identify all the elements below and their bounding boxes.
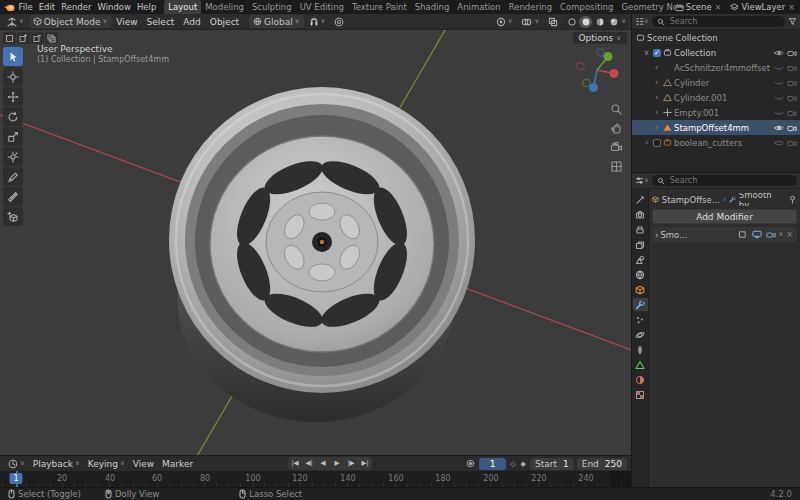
- eye-open-icon[interactable]: [774, 124, 784, 132]
- view-menu[interactable]: View: [129, 459, 158, 469]
- blender-logo-icon[interactable]: [4, 2, 15, 13]
- perspective-toggle-button[interactable]: [609, 159, 624, 173]
- tab-modeling[interactable]: Modeling: [201, 0, 248, 14]
- scene-name[interactable]: Scene: [686, 2, 712, 12]
- tab-uv-editing[interactable]: UV Editing: [296, 0, 348, 14]
- menu-view[interactable]: View: [112, 17, 141, 27]
- edit-mode-toggle[interactable]: [737, 229, 749, 241]
- shading-material-button[interactable]: [593, 16, 606, 28]
- collection-checkbox[interactable]: ✓: [653, 49, 661, 57]
- menu-add[interactable]: Add: [179, 17, 204, 27]
- add-modifier-button[interactable]: Add Modifier: [652, 209, 797, 224]
- viewport-3d[interactable]: Options ∨ User Perspective (1) Collectio…: [0, 30, 631, 455]
- tab-scene[interactable]: [633, 253, 648, 266]
- tool-measure[interactable]: [3, 187, 23, 206]
- keying-menu[interactable]: Keying ∨: [84, 459, 129, 469]
- menu-file[interactable]: File: [15, 2, 35, 12]
- camera-visibility-icon[interactable]: [787, 64, 797, 72]
- tab-constraints[interactable]: [633, 343, 648, 356]
- menu-select[interactable]: Select: [143, 17, 179, 27]
- menu-object[interactable]: Object: [206, 17, 243, 27]
- tab-compositing[interactable]: Compositing: [556, 0, 617, 14]
- timeline-ruler[interactable]: 20 40 60 80 100 120 140 160 180 200 220 …: [0, 471, 631, 487]
- disclosure-icon[interactable]: ›: [652, 78, 661, 87]
- camera-visibility-icon[interactable]: [787, 49, 797, 57]
- tab-tool[interactable]: [633, 193, 648, 206]
- eye-closed-icon[interactable]: [774, 109, 784, 117]
- playback-menu[interactable]: Playback ∨: [29, 459, 84, 469]
- render-display-toggle[interactable]: [765, 229, 777, 241]
- eye-closed-icon[interactable]: [774, 64, 784, 72]
- menu-render[interactable]: Render: [58, 2, 94, 12]
- realtime-display-toggle[interactable]: [751, 229, 763, 241]
- marker-menu[interactable]: Marker: [158, 459, 197, 469]
- next-keyframe-button[interactable]: |▶: [344, 457, 358, 470]
- transform-orientation-dropdown[interactable]: Global ∨: [249, 15, 303, 28]
- keyframe-icon[interactable]: ◆: [520, 460, 527, 468]
- outliner-row-empty-001[interactable]: › Empty.001: [632, 105, 800, 120]
- outliner-search-input[interactable]: [668, 17, 780, 27]
- modifier-panel-header[interactable]: › Smo... ∨: [652, 227, 797, 242]
- outliner-search[interactable]: [652, 16, 785, 27]
- tool-annotate[interactable]: [3, 167, 23, 186]
- tab-object[interactable]: [633, 283, 648, 296]
- mode-dropdown[interactable]: Object Mode ∨: [29, 15, 111, 28]
- view-layer-unlink-icon[interactable]: ×: [787, 3, 796, 12]
- camera-view-button[interactable]: [609, 140, 624, 154]
- tool-scale[interactable]: [3, 127, 23, 146]
- outliner-filter-button[interactable]: [788, 17, 797, 26]
- eye-closed-icon[interactable]: [774, 94, 784, 102]
- properties-editor-type-button[interactable]: ∨: [635, 176, 649, 185]
- collection-checkbox[interactable]: [653, 139, 661, 147]
- frame-end-field[interactable]: End 250: [577, 458, 627, 470]
- camera-visibility-icon[interactable]: [787, 109, 797, 117]
- disclosure-icon[interactable]: ›: [652, 63, 661, 72]
- tool-move[interactable]: [3, 87, 23, 106]
- pin-id-button[interactable]: [788, 195, 797, 204]
- tab-shading[interactable]: Shading: [411, 0, 454, 14]
- keyframe-insert-icon[interactable]: ◇: [509, 460, 516, 468]
- jump-to-end-button[interactable]: ▶|: [358, 457, 372, 470]
- play-reverse-button[interactable]: ◀: [316, 457, 330, 470]
- eye-closed-icon[interactable]: [774, 79, 784, 87]
- navigation-gizmo[interactable]: [569, 42, 625, 98]
- zoom-button[interactable]: [609, 102, 624, 116]
- tool-rotate[interactable]: [3, 107, 23, 126]
- eye-open-icon[interactable]: [774, 49, 784, 57]
- current-frame-field[interactable]: 1: [479, 458, 506, 470]
- menu-window[interactable]: Window: [94, 2, 134, 12]
- camera-visibility-icon[interactable]: [787, 79, 797, 87]
- outliner-row-acschnitzer[interactable]: › AcSchnitzer4mmoffset: [632, 60, 800, 75]
- tab-sculpting[interactable]: Sculpting: [248, 0, 296, 14]
- modifier-extras-icon[interactable]: ∨: [779, 231, 784, 238]
- play-button[interactable]: ▶: [330, 457, 344, 470]
- select-mode-intersect-button[interactable]: [45, 32, 58, 44]
- outliner-row-cylinder-001[interactable]: › Cylinder.001: [632, 90, 800, 105]
- breadcrumb-object[interactable]: StampOffse...: [662, 195, 720, 205]
- outliner-editor-type-button[interactable]: ∨: [635, 17, 649, 26]
- tab-view-layer[interactable]: [633, 238, 648, 251]
- tab-object-data[interactable]: [633, 358, 648, 371]
- playhead-frame-badge[interactable]: 1: [9, 473, 22, 484]
- tab-rendering[interactable]: Rendering: [505, 0, 556, 14]
- outliner-row-stampoffset4mm[interactable]: › StampOffset4mm: [632, 120, 800, 135]
- outliner-row-cylinder[interactable]: › Cylinder: [632, 75, 800, 90]
- eye-open-icon[interactable]: [774, 139, 784, 147]
- proportional-editing-toggle[interactable]: [330, 15, 348, 28]
- tool-add-cube[interactable]: [3, 207, 23, 226]
- menu-help[interactable]: Help: [134, 2, 159, 12]
- disclosure-icon[interactable]: ›: [642, 138, 651, 147]
- select-mode-extend-button[interactable]: [17, 32, 30, 44]
- breadcrumb-modifier[interactable]: Smooth by ...: [739, 193, 782, 206]
- tab-particles[interactable]: [633, 313, 648, 326]
- shading-solid-button[interactable]: [579, 16, 592, 28]
- camera-visibility-icon[interactable]: [787, 124, 797, 132]
- tab-world[interactable]: [633, 268, 648, 281]
- tab-physics[interactable]: [633, 328, 648, 341]
- shading-rendered-button[interactable]: [607, 16, 620, 28]
- overlays-dropdown[interactable]: ∨: [517, 15, 543, 28]
- frame-start-field[interactable]: Start 1: [530, 458, 574, 470]
- tab-animation[interactable]: Animation: [453, 0, 504, 14]
- disclosure-icon[interactable]: ›: [655, 230, 658, 240]
- tab-texture[interactable]: [633, 388, 648, 401]
